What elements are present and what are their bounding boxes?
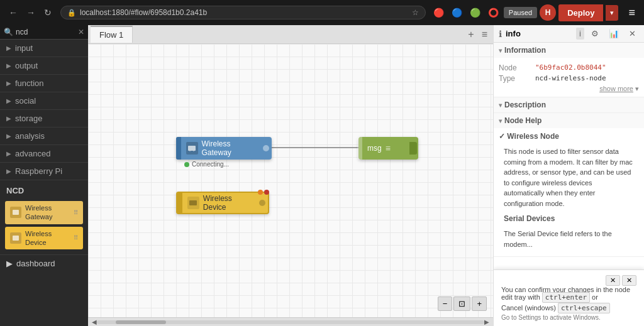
- zoom-out-button[interactable]: −: [438, 296, 453, 311]
- gear-tab-button[interactable]: ⚙: [588, 28, 602, 40]
- description-section-header[interactable]: ▾ Description: [494, 97, 644, 112]
- chart-tab-button[interactable]: 📊: [606, 28, 622, 40]
- add-tab-button[interactable]: +: [465, 28, 477, 41]
- gateway-status-text: Connecting...: [192, 161, 229, 168]
- search-box: 🔍 ✕: [0, 25, 88, 40]
- chevron-icon: ▶: [6, 115, 11, 122]
- wireless-device-icon: [10, 232, 21, 244]
- toast-notification: ✕ ✕ You can confirm your changes in the …: [494, 269, 644, 326]
- svg-rect-1: [13, 236, 19, 241]
- output-port-dot: [263, 145, 269, 151]
- node-row: Node "6b9fac02.0b8044": [499, 63, 639, 72]
- star-icon[interactable]: ☆: [412, 8, 419, 17]
- chevron-icon: ▶: [6, 45, 11, 52]
- device-node[interactable]: Wireless Device: [176, 192, 269, 214]
- back-button[interactable]: ←: [5, 5, 21, 20]
- deploy-button[interactable]: Deploy: [558, 4, 603, 21]
- device-icon-graphic: [189, 199, 197, 207]
- tab-menu-button[interactable]: ≡: [479, 28, 491, 41]
- user-avatar[interactable]: H: [540, 4, 556, 21]
- chevron-icon: ▶: [6, 133, 11, 139]
- sidebar-item-storage[interactable]: ▶ storage: [0, 110, 88, 127]
- wireless-node-subheader: ✓ Wireless Node: [499, 132, 639, 141]
- sidebar-item-output[interactable]: ▶ output: [0, 57, 88, 74]
- extension-icon4[interactable]: ⭕: [486, 8, 501, 18]
- extension-icon3[interactable]: 🟢: [467, 8, 483, 18]
- forward-button[interactable]: →: [23, 5, 39, 20]
- hamburger-menu[interactable]: ≡: [625, 4, 639, 22]
- msg-node[interactable]: msg ≡: [358, 137, 418, 160]
- scroll-left-button[interactable]: ◀: [92, 318, 97, 325]
- tab-flow1[interactable]: Flow 1: [91, 26, 133, 43]
- toast-close-x2[interactable]: ✕: [622, 275, 636, 286]
- information-section: ▾ Information Node "6b9fac02.0b8044" Typ…: [494, 43, 644, 97]
- deploy-arrow-button[interactable]: ▾: [606, 5, 618, 21]
- search-input[interactable]: [16, 28, 75, 36]
- information-section-header[interactable]: ▾ Information: [494, 43, 644, 58]
- url-lock-icon: 🔒: [67, 9, 76, 17]
- sidebar-item-raspberry[interactable]: ▶ Raspberry Pi: [0, 163, 88, 180]
- gateway-node[interactable]: Wireless Gateway: [176, 137, 272, 160]
- node-body: Wireless Gateway: [181, 139, 263, 157]
- status-indicator: [184, 162, 189, 167]
- sidebar-group-function: ▶ function: [0, 75, 88, 92]
- extension-icon2[interactable]: 🔵: [449, 8, 465, 18]
- node-help-header[interactable]: ▾ Node Help: [494, 113, 644, 128]
- sidebar-item-wireless-gateway[interactable]: WirelessGateway ⠿: [5, 201, 83, 224]
- msg-output-port: [409, 142, 417, 155]
- close-panel-button[interactable]: ✕: [626, 28, 639, 40]
- warning-orange-dot: [258, 190, 263, 195]
- type-field-value: ncd-wireless-node: [535, 74, 606, 83]
- device-left-stripe: [177, 193, 182, 213]
- device-port1: [259, 200, 265, 206]
- device-ports: [259, 200, 268, 206]
- gateway-status: Connecting...: [184, 161, 229, 168]
- info-icon: ℹ: [499, 29, 502, 39]
- sidebar-item-dashboard[interactable]: ▶ dashboard: [0, 254, 88, 272]
- sidebar-item-social[interactable]: ▶ social: [0, 92, 88, 109]
- toast-text-line1: You can confirm your changes in the node…: [501, 286, 636, 302]
- sidebar-item-advanced[interactable]: ▶ advanced: [0, 145, 88, 162]
- toast-kbd1: ctrl+enter: [542, 292, 590, 303]
- toast-text-line2: Cancel (windows) ctrl+escape: [501, 304, 636, 312]
- sidebar-group-advanced: ▶ advanced: [0, 145, 88, 163]
- show-more-link[interactable]: show more ▾: [499, 85, 639, 93]
- chevron-icon: ▶: [6, 62, 11, 69]
- type-field-label: Type: [499, 74, 530, 83]
- toast-windows-text: Go to Settings to activate Windows.: [501, 314, 636, 321]
- chevron-icon: ▶: [6, 168, 11, 175]
- browser-topbar: ← → ↻ 🔒 localhost:1880/#flow/6958d1b0.2a…: [0, 0, 644, 25]
- scrollbar-thumb[interactable]: [116, 320, 166, 324]
- search-clear-button[interactable]: ✕: [78, 28, 84, 36]
- info-tab-button[interactable]: i: [576, 28, 584, 40]
- sidebar-item-input[interactable]: ▶ input: [0, 40, 88, 57]
- sidebar-item-function[interactable]: ▶ function: [0, 75, 88, 92]
- svg-rect-2: [188, 146, 196, 151]
- node-field-value[interactable]: "6b9fac02.0b8044": [535, 63, 606, 72]
- address-bar[interactable]: 🔒 localhost:1880/#flow/6958d1b0.2a41b ☆: [60, 6, 426, 19]
- zoom-in-button[interactable]: +: [472, 296, 487, 311]
- ncd-section: NCD WirelessGateway ⠿ WirelessDevice ⠿: [0, 180, 88, 254]
- icon-svg2: [12, 235, 19, 241]
- url-text: localhost:1880/#flow/6958d1b0.2a41b: [80, 8, 408, 17]
- flow-canvas[interactable]: Wireless Gateway Connecting... msg ≡: [88, 44, 493, 317]
- chevron-icon: ▶: [6, 80, 11, 87]
- sidebar-item-analysis[interactable]: ▶ analysis: [0, 128, 88, 144]
- zoom-fit-button[interactable]: ⊡: [453, 296, 470, 311]
- info-panel-header: ℹ info i ⚙ 📊 ✕: [494, 25, 644, 43]
- drag-handle-icon2: ⠿: [74, 234, 78, 241]
- horizontal-scrollbar[interactable]: ◀ ▶: [88, 317, 493, 326]
- sidebar-item-wireless-device[interactable]: WirelessDevice ⠿: [5, 227, 83, 250]
- toast-close-x1[interactable]: ✕: [606, 275, 620, 286]
- scroll-right-button[interactable]: ▶: [484, 318, 489, 325]
- extension-icon1[interactable]: 🔴: [431, 8, 447, 18]
- sidebar-group-output: ▶ output: [0, 57, 88, 75]
- refresh-button[interactable]: ↻: [40, 5, 55, 20]
- main-layout: 🔍 ✕ ▶ input ▶ output ▶ function ▶: [0, 25, 644, 326]
- sidebar-group-social: ▶ social: [0, 92, 88, 110]
- wireless-gateway-icon: [10, 207, 21, 218]
- ncd-gateway-label: WirelessGateway: [25, 204, 52, 222]
- ncd-header: NCD: [0, 183, 88, 198]
- information-content: Node "6b9fac02.0b8044" Type ncd-wireless…: [494, 58, 644, 97]
- browser-actions: 🔴 🔵 🟢 ⭕ Paused H Deploy ▾ ≡: [431, 4, 639, 22]
